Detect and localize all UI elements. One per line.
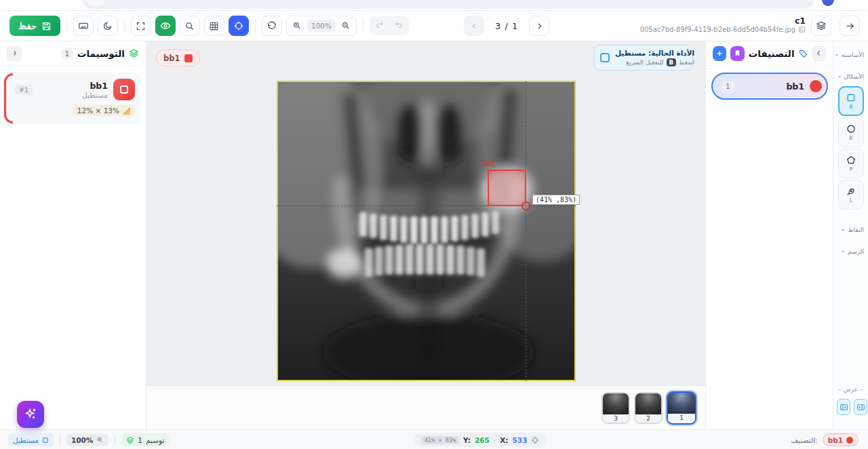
divider bbox=[363, 19, 363, 33]
separator-dot: · bbox=[494, 436, 496, 444]
coordinates-pill: 41% × 83% Y: 265 · X: 533 bbox=[415, 433, 545, 447]
ruler-triangle-icon bbox=[123, 107, 130, 115]
tool-rectangle[interactable]: B bbox=[838, 86, 864, 116]
canvas-class-chip[interactable]: bb1 bbox=[156, 50, 200, 66]
file-name: 005ac7bd-89f9-4119-b2eb-6dd5d04b54fe.jpg bbox=[640, 26, 795, 33]
section-points[interactable]: النقاط bbox=[840, 227, 864, 233]
collapse-annotations-button[interactable] bbox=[7, 46, 22, 61]
divider bbox=[66, 19, 67, 33]
selection-size-badge: 41% × 83% bbox=[421, 436, 459, 444]
classifications-panel-header: التصنيفات bbox=[706, 41, 833, 66]
toggle-right-panel-button[interactable] bbox=[854, 399, 867, 415]
annotation-canvas[interactable]: bb1 الأداة الحالية: مستطيل اضغط B للتفعي… bbox=[146, 41, 705, 429]
toolbar-right-group bbox=[811, 16, 860, 36]
crosshair-horizontal-line bbox=[277, 206, 576, 206]
thumbnail-filmstrip: 3 2 1 bbox=[146, 385, 705, 429]
zoom-level-label: 100% bbox=[307, 20, 336, 32]
zoom-status-value: 100% bbox=[71, 436, 93, 444]
active-tool-label: مستطيل bbox=[13, 436, 39, 444]
cursor-coordinates-tooltip: (41% ,83%) bbox=[532, 195, 580, 205]
tool-rectangle-key: B bbox=[849, 104, 852, 110]
section-basic-label: الأساسية bbox=[842, 52, 864, 58]
undo-button[interactable] bbox=[390, 18, 408, 34]
bounding-box-label: bb1 bbox=[482, 160, 494, 168]
bounding-box-resize-handle[interactable] bbox=[521, 201, 530, 210]
sparkles-icon bbox=[23, 407, 38, 422]
classification-status-chip[interactable]: bb1 bbox=[823, 433, 859, 446]
chevron-up-icon bbox=[834, 52, 840, 58]
visibility-toggle-button[interactable] bbox=[155, 16, 176, 36]
divider bbox=[115, 435, 115, 445]
bookmark-button[interactable] bbox=[730, 46, 744, 61]
annotation-size-badge: 12% × 13% bbox=[73, 105, 135, 116]
annotation-type: مستطيل bbox=[82, 91, 108, 99]
layers-button[interactable] bbox=[811, 16, 831, 36]
tool-polygon[interactable]: P bbox=[838, 149, 864, 178]
magnifier-plus-icon bbox=[96, 436, 104, 444]
thumbnail-1-label: 1 bbox=[668, 414, 695, 422]
fullscreen-button[interactable] bbox=[131, 16, 151, 36]
classification-name: bb1 bbox=[786, 81, 804, 92]
x-label: X: bbox=[500, 436, 508, 444]
add-classification-button[interactable] bbox=[713, 46, 726, 61]
next-arrow-button[interactable] bbox=[840, 16, 860, 36]
search-tool-button[interactable] bbox=[180, 16, 200, 36]
hint-key-badge: B bbox=[667, 58, 676, 66]
thumbnail-3-image bbox=[603, 393, 629, 414]
grid-toggle-button[interactable] bbox=[204, 16, 224, 36]
crosshair-icon bbox=[531, 436, 539, 444]
collapse-classifications-button[interactable] bbox=[812, 46, 826, 61]
annotation-count-word: توسيم bbox=[146, 436, 164, 444]
bounding-box-bb1[interactable]: bb1 bbox=[488, 170, 526, 206]
top-header-partial bbox=[0, 0, 868, 11]
rectangle-icon bbox=[846, 92, 856, 103]
view-section: - عرض - bbox=[833, 386, 868, 393]
xray-image[interactable] bbox=[277, 81, 576, 381]
section-basic[interactable]: الأساسية bbox=[834, 52, 864, 58]
annotation-index-badge: #1 bbox=[15, 85, 33, 95]
tool-line-key: L bbox=[850, 197, 852, 203]
zoom-status-chip: 100% bbox=[66, 433, 108, 446]
page-indicator: 3 / 1 bbox=[495, 21, 518, 31]
circle-icon bbox=[846, 123, 856, 134]
annotation-card[interactable]: #1 bb1 مستطيل 12% × 13% bbox=[5, 73, 141, 124]
main-toolbar: حفظ 100% 3 / 1 c1 005ac7bd-89f9 bbox=[0, 11, 868, 41]
avatar[interactable] bbox=[822, 0, 834, 6]
rotate-reset-button[interactable] bbox=[262, 16, 282, 36]
thumbnail-2[interactable]: 2 bbox=[634, 392, 663, 424]
section-shapes[interactable]: الأشكال bbox=[837, 73, 864, 80]
dark-mode-button[interactable] bbox=[98, 16, 118, 36]
section-draw[interactable]: الرسم bbox=[840, 248, 864, 255]
zoom-in-button[interactable] bbox=[288, 18, 306, 34]
crosshair-tool-button[interactable] bbox=[229, 16, 249, 36]
annotation-size-value: 12% × 13% bbox=[77, 106, 119, 115]
global-search-bar[interactable] bbox=[83, 0, 814, 9]
toggle-left-panel-button[interactable] bbox=[837, 399, 850, 415]
next-image-button[interactable] bbox=[529, 16, 549, 36]
section-draw-label: الرسم bbox=[848, 248, 864, 255]
layers-icon bbox=[129, 48, 139, 58]
shape-tools: B E P L bbox=[838, 86, 864, 210]
image-file-icon bbox=[798, 26, 806, 33]
save-button[interactable]: حفظ bbox=[9, 16, 60, 36]
file-code: c1 bbox=[640, 16, 806, 26]
zoom-out-button[interactable] bbox=[337, 18, 355, 34]
red-square-swatch bbox=[184, 54, 193, 62]
thumbnail-1-image bbox=[668, 393, 695, 414]
tool-ellipse[interactable]: E bbox=[838, 117, 864, 147]
thumbnail-3[interactable]: 3 bbox=[601, 392, 630, 424]
keyboard-shortcuts-button[interactable] bbox=[73, 16, 94, 36]
classification-count-badge: 1 bbox=[721, 81, 735, 91]
classification-item-bb1[interactable]: 1 bb1 bbox=[711, 73, 828, 100]
annotations-panel: 1 التوسيمات #1 bb1 مستطيل 12% × 13% bbox=[0, 41, 146, 429]
toolbar-left-group: حفظ 100% bbox=[9, 16, 409, 36]
ai-assistant-button[interactable] bbox=[17, 401, 44, 428]
annotations-panel-title: التوسيمات bbox=[77, 48, 125, 59]
tool-line[interactable]: L bbox=[838, 180, 864, 210]
redo-button[interactable] bbox=[371, 18, 389, 34]
previous-image-button[interactable] bbox=[464, 16, 484, 36]
current-tool-title: الأداة الحالية: مستطيل bbox=[615, 49, 694, 57]
view-label: عرض bbox=[844, 386, 858, 393]
divider bbox=[124, 19, 125, 33]
thumbnail-1-selected[interactable]: 1 bbox=[667, 391, 696, 425]
